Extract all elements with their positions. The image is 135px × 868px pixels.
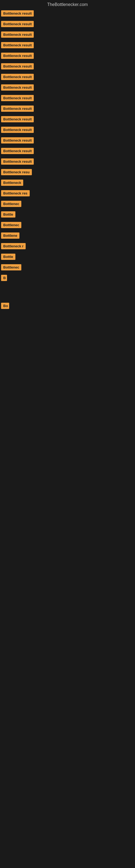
list-item — [0, 296, 135, 301]
list-item: Bottleneck result — [0, 93, 135, 103]
bottleneck-badge[interactable]: Bottleneck r — [1, 243, 26, 249]
bottleneck-badge[interactable]: Bottleneck result — [1, 53, 34, 59]
bottleneck-badge[interactable]: Bo — [1, 303, 9, 309]
bottleneck-badge[interactable]: Bottleneck result — [1, 74, 34, 80]
bottleneck-badge[interactable]: B — [1, 275, 7, 281]
list-item: Bottleneck r — [0, 241, 135, 251]
list-item — [0, 311, 135, 315]
bottleneck-badge[interactable]: Bottleneck resu — [1, 169, 32, 175]
list-item: Bottlenec — [0, 262, 135, 273]
bottleneck-list: Bottleneck resultBottleneck resultBottle… — [0, 8, 135, 329]
list-item: Bottleneck — [0, 177, 135, 188]
bottleneck-badge[interactable]: Bottlenec — [1, 264, 21, 271]
list-item: Bottle — [0, 251, 135, 262]
bottleneck-badge[interactable]: Bottleneck result — [1, 148, 34, 154]
list-item: Bottleneck resu — [0, 167, 135, 177]
bottleneck-badge[interactable]: Bottleneck result — [1, 105, 34, 112]
list-item — [0, 324, 135, 329]
list-item: Bottleneck result — [0, 72, 135, 82]
bottleneck-badge[interactable]: Bottleneck result — [1, 31, 34, 38]
list-item — [0, 287, 135, 292]
list-item: Bottleneck result — [0, 146, 135, 156]
bottleneck-badge[interactable]: Bottleneck result — [1, 95, 34, 101]
list-item: Bottlene — [0, 230, 135, 241]
list-item: Bottleneck result — [0, 51, 135, 61]
bottleneck-badge[interactable]: Bottlenec — [1, 201, 21, 207]
bottleneck-badge[interactable]: Bottleneck result — [1, 10, 34, 17]
list-item: Bottleneck result — [0, 19, 135, 29]
bottleneck-badge[interactable]: Bottleneck result — [1, 42, 34, 48]
list-item: Bottle — [0, 209, 135, 220]
site-title: TheBottlenecker.com — [0, 0, 135, 8]
list-item — [0, 315, 135, 320]
list-item: Bottleneck result — [0, 82, 135, 93]
list-item: Bottleneck result — [0, 40, 135, 51]
bottleneck-badge[interactable]: Bottleneck res — [1, 190, 30, 196]
list-item: Bottleneck res — [0, 188, 135, 198]
bottleneck-badge[interactable]: Bottlenec — [1, 222, 21, 228]
list-item: Bottleneck result — [0, 8, 135, 19]
list-item: Bottleneck result — [0, 135, 135, 146]
bottleneck-badge[interactable]: Bottle — [1, 254, 15, 260]
bottleneck-badge[interactable]: Bottleneck result — [1, 127, 34, 133]
list-item: Bottleneck result — [0, 156, 135, 167]
bottleneck-badge[interactable]: Bottleneck result — [1, 158, 34, 165]
bottleneck-badge[interactable]: Bottleneck result — [1, 63, 34, 69]
list-item: Bottleneck result — [0, 61, 135, 72]
list-item: Bottlenec — [0, 198, 135, 209]
bottleneck-badge[interactable]: Bottleneck result — [1, 116, 34, 122]
list-item — [0, 292, 135, 296]
list-item: Bottleneck result — [0, 114, 135, 124]
list-item: Bottleneck result — [0, 103, 135, 114]
bottleneck-badge[interactable]: Bottleneck — [1, 180, 23, 186]
bottleneck-badge[interactable]: Bottleneck result — [1, 84, 34, 91]
list-item: Bottleneck result — [0, 124, 135, 135]
bottleneck-badge[interactable]: Bottleneck result — [1, 137, 34, 144]
bottleneck-badge[interactable]: Bottle — [1, 211, 15, 218]
bottleneck-badge[interactable]: Bottlene — [1, 232, 19, 239]
list-item — [0, 283, 135, 287]
list-item — [0, 320, 135, 324]
site-header: TheBottlenecker.com — [0, 0, 135, 8]
list-item: Bottlenec — [0, 220, 135, 230]
list-item: Bo — [0, 301, 135, 311]
list-item: Bottleneck result — [0, 29, 135, 40]
bottleneck-badge[interactable]: Bottleneck result — [1, 21, 34, 27]
list-item: B — [0, 273, 135, 283]
